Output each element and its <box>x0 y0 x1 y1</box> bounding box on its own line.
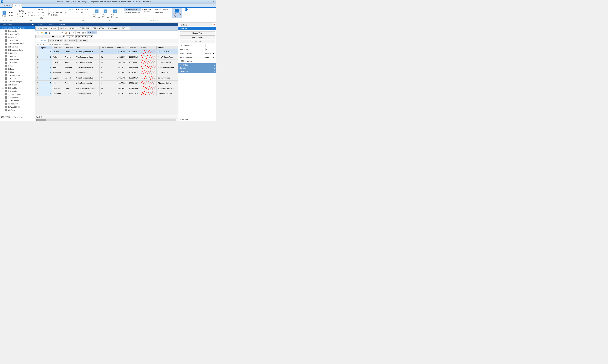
align-left-btn[interactable]: ≡ <box>75 36 78 38</box>
truedbgrid-section-header[interactable]: TrueDBGrid ▲ <box>178 63 216 66</box>
sub-tab-truedbgrid[interactable]: C1TrueDBGrid <box>48 39 63 42</box>
settings-pin-icon[interactable]: 📌 <box>213 24 215 26</box>
size-select[interactable] <box>55 35 61 38</box>
info-button[interactable]: ⓘ <box>185 8 188 11</box>
save-btn[interactable]: 💾 <box>44 31 48 34</box>
open-btn[interactable]: 📂 <box>40 31 44 34</box>
table-row[interactable]: 4 4 Peacock Margaret Sales Representativ… <box>35 65 178 70</box>
normal-form-button[interactable]: N 通常のフォーム <box>101 9 110 19</box>
fixed-columns-input[interactable] <box>206 44 215 47</box>
col-header-employeeid[interactable]: EmployeeID <box>39 46 52 49</box>
flexgrid-section-toggle[interactable]: ▲ <box>213 28 215 30</box>
sidebar-item-c1printpreview[interactable]: C1PrintPreview <box>0 74 35 77</box>
back-button[interactable]: ◀ 戻る <box>8 11 14 14</box>
preview-tab-file[interactable]: ファイル(F) <box>36 26 49 30</box>
flexchart-section-toggle[interactable]: ▲ <box>213 70 215 72</box>
delete-button[interactable]: ✕ 削除 <box>38 17 46 19</box>
sidebar-item-c1scrollbar[interactable]: ▶ C1ScrollBar <box>0 86 35 90</box>
sidebar-item-c1expressioneditor[interactable]: C1ExpressionEditor <box>0 48 35 52</box>
bold-btn[interactable]: B <box>63 36 66 38</box>
minimize-button[interactable]: ─ <box>203 0 207 3</box>
auto-preview-button[interactable]: A 自動プレビュー <box>110 9 120 19</box>
sidebar-item-c1treeview[interactable]: C1TreeView <box>0 102 35 105</box>
scroll-right-btn[interactable]: ▶ <box>177 119 178 121</box>
forward-button[interactable]: ▶ 進む <box>8 14 14 17</box>
col-header-titleofcourtesy[interactable]: TitleOfCourtesy <box>99 46 116 49</box>
cut-button[interactable]: ✂ 切り取り <box>16 10 26 12</box>
col-header-address[interactable]: Address <box>157 46 178 49</box>
sidebar-collapse-icon[interactable]: ◀ <box>32 23 33 26</box>
sidebar-item-c1ganttview[interactable]: C1GanttView <box>0 61 35 64</box>
standard-btn[interactable]: 標準 <box>76 31 81 34</box>
show-cursor-checkbox[interactable] <box>180 60 182 62</box>
h-scrollbar[interactable]: ◀ ▶ <box>35 118 178 121</box>
sidebar-item-c1map[interactable]: C1Map <box>0 71 35 74</box>
table-row[interactable]: 2 2 Fuller Andrew Vice President, Sales … <box>35 54 178 60</box>
subtotal-styles-btn[interactable]: Subtotal Styles <box>180 36 215 39</box>
sidebar-item-c1flexviewer[interactable]: C1FlexViewer <box>0 58 35 61</box>
undo-button[interactable]: ↩ 元に戻す ▼ <box>27 11 37 14</box>
fixed-rows-input[interactable] <box>206 48 215 51</box>
sidebar-item-c1supertooltip[interactable]: C1SuperTooltip <box>0 96 35 99</box>
sidebar-item-c1truedbgrid[interactable]: C1TrueDBGrid <box>0 105 35 109</box>
filter-button[interactable]: ▽ フィルタ <box>75 11 84 14</box>
preview-tab-truedbgrid[interactable]: C1TrueDBGrid <box>91 26 106 30</box>
sidebar-item-base-theme[interactable]: ▶ Base ThemeProperties <box>0 26 35 29</box>
cut-inner-btn[interactable]: ✂ <box>61 31 64 34</box>
table-row[interactable]: 8 8 Callahan Laura Inside Sales Coordina… <box>35 86 178 91</box>
whole-word-checkbox[interactable] <box>48 14 50 16</box>
sidebar-item-c1tilecontrol[interactable]: C1TileControl <box>0 99 35 102</box>
flexgrid-section-header[interactable]: FlexGrid ▲ <box>178 27 216 30</box>
settings-bottom-label[interactable]: Settings <box>182 118 188 120</box>
grid-btn[interactable]: ⊞▼ <box>88 36 93 38</box>
table-row[interactable]: 9 9 Dodsworth Anne Sales Representative … <box>35 91 178 96</box>
new-btn[interactable]: 📄 <box>36 31 40 34</box>
selection-mode-select[interactable]: Default <box>204 52 215 55</box>
clear-button[interactable]: 🗑 クリア <box>38 11 46 14</box>
copy-button[interactable]: 📄 コピー <box>16 15 26 18</box>
active-preview-button[interactable]: ▶ アクティブプレビュー <box>172 8 182 18</box>
table-row[interactable]: 3 3 Leverling Janet Sales Representative… <box>35 60 178 65</box>
search-input[interactable] <box>48 8 69 11</box>
strikethrough-btn[interactable]: S <box>71 36 74 38</box>
sidebar-item-c1command[interactable]: C1Command <box>0 39 35 42</box>
search-options-icon[interactable]: ⚙ <box>72 9 73 11</box>
align-right-btn[interactable]: ≡ <box>81 36 84 38</box>
ribbon-form-button[interactable]: R リボンフォーム <box>92 9 101 19</box>
col-header-rownum[interactable] <box>35 46 39 49</box>
close-button[interactable]: ✕ <box>211 0 216 3</box>
table-row[interactable]: 6 6 Suyama Michael Sales Representative … <box>35 75 178 80</box>
settings-select[interactable]: Settings <box>180 23 212 26</box>
sidebar-item-c1accordion[interactable]: C1Accordion <box>0 29 35 33</box>
tab-file[interactable]: ファイル <box>1 4 12 7</box>
paste-button[interactable]: 📋 貼り付け▼ <box>16 13 26 15</box>
on-btn[interactable]: オン <box>92 31 97 34</box>
delete-inner-btn[interactable]: ✕ <box>72 31 75 34</box>
sidebar-item-c1dashboardlayout[interactable]: C1DashboardLayout <box>0 42 35 45</box>
sub-tab-schedule[interactable]: C1Schedule <box>64 39 77 42</box>
sidebar-item-c1datafilter[interactable]: C1DataFilter <box>0 45 35 48</box>
schedule-section-toggle[interactable]: ▲ <box>213 67 215 69</box>
justify-btn[interactable]: ≡ <box>84 36 87 38</box>
scroll-left-btn[interactable]: ◀ <box>35 119 36 121</box>
sidebar-item-gauge[interactable]: Gauge <box>0 64 35 67</box>
preview-tab-state[interactable]: 状態(S) <box>68 26 78 30</box>
schedule-section-header[interactable]: Schedule ▲ <box>178 66 216 70</box>
c1ganttview-button[interactable]: C1GanttView <box>142 11 152 13</box>
disabled-btn[interactable]: 無効 <box>81 31 87 34</box>
sidebar-item-c1flexgrid[interactable]: C1FlexGrid <box>0 52 35 55</box>
c1input-c1command-button[interactable]: C1Input（C1Command UI） <box>152 8 172 11</box>
case-sensitive-checkbox[interactable] <box>48 12 50 13</box>
table-row[interactable]: 1 1 Davolio Nancy Sales Representative M… <box>35 49 178 54</box>
tab-main[interactable]: メイン <box>12 4 22 8</box>
table-row[interactable]: 7 7 King Robert Sales Representative Mr.… <box>35 80 178 86</box>
preview-tab-chart[interactable]: C1Chart <box>119 26 130 30</box>
italic-btn[interactable]: I <box>66 36 68 38</box>
print-btn[interactable]: 🖨 <box>48 31 52 34</box>
search-icon[interactable]: 🔍 <box>69 9 71 11</box>
undo-inner-btn[interactable]: ↩ <box>53 31 56 34</box>
preview-tab-edit[interactable]: 編集(E) <box>49 26 59 30</box>
col-header-title[interactable]: Title <box>75 46 100 49</box>
show-section-button[interactable]: ☰ 表示セクション ▼ <box>75 8 90 11</box>
pressed-btn[interactable]: 押下 <box>87 31 92 34</box>
